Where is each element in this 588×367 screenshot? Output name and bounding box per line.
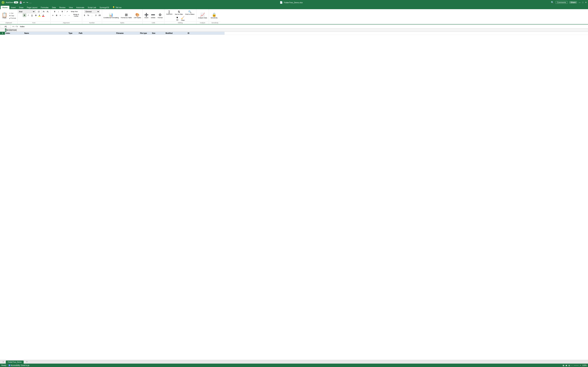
fill-button[interactable]: ▼ Fill [175, 16, 180, 21]
tab-insert[interactable]: Insert [9, 6, 17, 9]
tab-draw[interactable]: Draw [17, 6, 25, 9]
font-size-input[interactable] [36, 10, 42, 13]
align-bottom-button[interactable]: ⬇ [61, 10, 64, 13]
col-header-h[interactable]: H [15, 29, 16, 32]
col-header-b[interactable]: B [7, 29, 8, 32]
cell-styles-button[interactable]: 🎨 Cell Styles [133, 12, 142, 19]
font-color-button[interactable]: A [42, 14, 45, 17]
list-item[interactable]: Size [151, 32, 165, 35]
col-header-g[interactable]: G [13, 29, 15, 32]
insert-function-icon[interactable]: fx [16, 25, 18, 28]
tab-view[interactable]: View [67, 6, 75, 9]
wrap-text-button[interactable]: Wrap Text [69, 10, 79, 13]
format-cells-button[interactable]: ⚙ Format [157, 12, 164, 19]
list-item[interactable]: Name [24, 32, 68, 35]
align-middle-button[interactable]: ↕ [57, 10, 60, 13]
page-layout-view-icon[interactable]: ▣ [566, 365, 567, 366]
zoom-slider[interactable]: ──── [574, 365, 579, 366]
tab-data[interactable]: Data [50, 6, 58, 9]
decrease-indent-button[interactable]: ← [64, 14, 67, 17]
copy-button[interactable]: ⧉ Copy [9, 15, 17, 17]
save-icon[interactable]: 💾 [19, 1, 22, 4]
fill-color-button[interactable]: A [38, 14, 41, 17]
font-name-select[interactable]: Arial [18, 10, 35, 13]
align-top-button[interactable]: ⬆ [53, 10, 56, 13]
zoom-out-button[interactable]: − [571, 365, 572, 366]
sheet-tab-folder-tree[interactable]: FolderTree_Demo [6, 360, 24, 364]
tab-page-layout[interactable]: Page Layout [25, 6, 39, 9]
list-item[interactable]: ID [187, 32, 225, 35]
tab-tell-me[interactable]: 💡Tell me [111, 6, 123, 9]
list-item[interactable]: Filename [116, 32, 139, 35]
add-sheet-plus[interactable]: ＋ [24, 360, 29, 364]
col-header-a[interactable]: A [5, 29, 7, 32]
orientation-button[interactable]: ↗ [66, 10, 69, 13]
page-break-view-icon[interactable]: ▤ [568, 365, 570, 366]
list-item[interactable]: File type [139, 32, 151, 35]
border-button[interactable]: ⊞ [34, 14, 37, 17]
close-icon[interactable]: ✕ [585, 1, 587, 4]
sort-filter-button[interactable]: ⇅ Sort & Filter [174, 10, 184, 16]
align-center-button[interactable]: ≣ [55, 14, 58, 17]
col-header-i[interactable]: I [16, 29, 17, 32]
normal-view-icon[interactable]: ▦ [563, 365, 564, 366]
tab-synergyos[interactable]: SynergyOS [98, 6, 111, 9]
clear-button[interactable]: 🧹 Clear [180, 16, 186, 21]
redo-icon[interactable]: ↪ [26, 1, 28, 4]
underline-button[interactable]: U [30, 14, 34, 17]
italic-button[interactable]: I [26, 14, 30, 17]
add-sheet-button[interactable]: ＋ [1, 360, 6, 364]
share-button[interactable]: Share [569, 1, 577, 4]
number-format-select[interactable]: General Number Currency Date Text [84, 10, 100, 13]
merge-center-button[interactable]: Merge & Center [71, 14, 81, 17]
decrease-decimal-button[interactable]: .0 [94, 14, 97, 17]
cell-reference-box[interactable] [1, 25, 11, 28]
undo-icon[interactable]: ↩ [23, 1, 25, 4]
col-header-f[interactable]: F [12, 29, 13, 32]
align-left-button[interactable]: ≡ [51, 14, 55, 17]
tab-review[interactable]: Review [58, 6, 67, 9]
minimize-icon[interactable]: — [579, 1, 580, 3]
sensitivity-button[interactable]: 🔒 Sensitivity [210, 12, 219, 19]
maximize-icon[interactable]: □ [582, 1, 583, 3]
tab-automate[interactable]: Automate [75, 6, 86, 9]
search-icon[interactable]: 🔍 [551, 1, 554, 4]
currency-button[interactable]: $ [83, 14, 86, 17]
list-item[interactable]: Type [68, 32, 78, 35]
list-item[interactable]: Modified [165, 32, 187, 35]
cancel-formula-icon[interactable]: ✕ [12, 25, 14, 28]
list-item[interactable]: Path [78, 32, 116, 35]
conditional-formatting-button[interactable]: 📊 Conditional Formatting [103, 12, 120, 19]
tab-script-lab[interactable]: Script Lab [86, 6, 98, 9]
comments-button[interactable]: Comments [555, 1, 568, 4]
tab-home[interactable]: Home [1, 6, 9, 9]
col-header-d[interactable]: D [9, 29, 11, 32]
confirm-formula-icon[interactable]: ✓ [14, 25, 16, 28]
increase-font-button[interactable]: A↑ [42, 10, 46, 13]
increase-decimal-button[interactable]: .00 [98, 14, 101, 17]
comma-button[interactable]: , [90, 14, 94, 17]
cut-button[interactable]: ✂ Cut [9, 12, 17, 14]
filename-display: 📄 FolderTree_Demo.xlsx [280, 1, 303, 4]
zoom-in-button[interactable]: + [580, 365, 581, 366]
increase-indent-button[interactable]: → [67, 14, 71, 17]
col-header-c[interactable]: C [8, 29, 9, 32]
decrease-font-button[interactable]: A↓ [46, 10, 50, 13]
paste-button[interactable]: 📋 Paste [1, 12, 8, 19]
bold-button[interactable]: B [23, 14, 26, 17]
autosum-button[interactable]: ∑ AutoSum [165, 10, 173, 16]
list-item[interactable]: Index [5, 32, 24, 35]
analyze-data-button[interactable]: 📈 Analyze Data [197, 12, 208, 19]
percent-button[interactable]: % [86, 14, 90, 17]
tab-formulas[interactable]: Formulas [39, 6, 50, 9]
delete-button[interactable]: ➖ Delete [150, 12, 156, 19]
formula-input[interactable] [19, 25, 587, 27]
format-as-table-button[interactable]: ⊞ Format as Table [120, 12, 132, 19]
align-right-button[interactable]: ≡ [59, 14, 62, 17]
col-header-e[interactable]: E [11, 29, 12, 32]
insert-button[interactable]: ➕ Insert [143, 12, 150, 19]
autosave-toggle[interactable]: AutoSave ON [6, 1, 18, 3]
find-select-button[interactable]: 🔍 Find & Select [184, 10, 196, 16]
format-painter-button[interactable]: 🖌 Format [9, 17, 17, 19]
more-commands-icon[interactable]: … [29, 1, 32, 4]
